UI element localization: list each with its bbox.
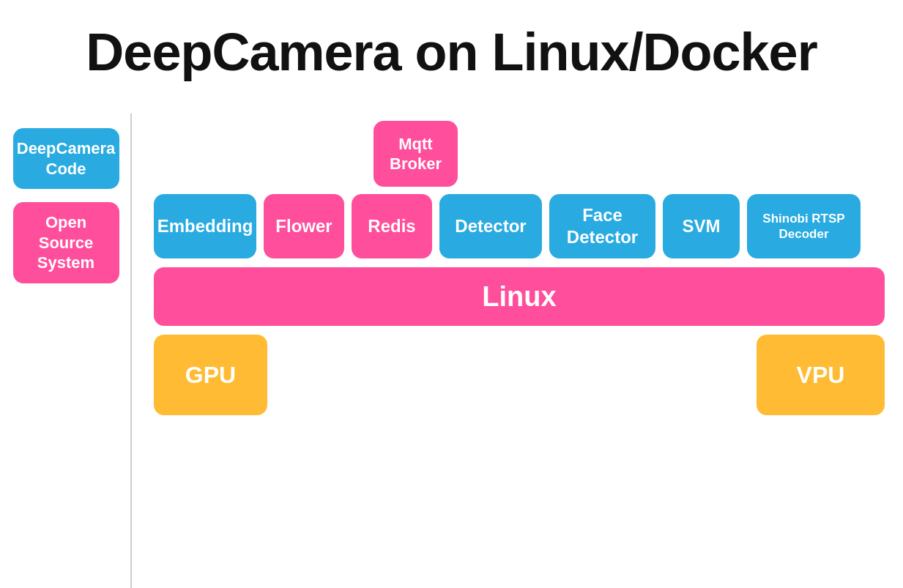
mqtt-row: Mqtt Broker <box>374 121 885 187</box>
mqtt-broker-box: Mqtt Broker <box>374 121 458 187</box>
gpu-box: GPU <box>154 335 267 415</box>
shinobi-box: Shinobi RTSP Decoder <box>747 194 861 258</box>
redis-box: Redis <box>352 194 432 258</box>
embedding-box: Embedding <box>154 194 256 258</box>
main-layout: DeepCamera Code Open Source System Mqtt … <box>0 113 903 588</box>
content-area: Mqtt Broker Embedding Flower Redis Detec… <box>132 113 903 588</box>
svm-box: SVM <box>663 194 740 258</box>
vpu-box: VPU <box>757 335 885 415</box>
deepcamera-code-box: DeepCamera Code <box>13 128 119 189</box>
page-title: DeepCamera on Linux/Docker <box>0 0 903 97</box>
linux-bar: Linux <box>154 267 885 326</box>
components-row: Embedding Flower Redis Detector Face Det… <box>154 194 885 258</box>
bottom-row: GPU VPU <box>154 335 885 415</box>
opensource-system-box: Open Source System <box>13 202 119 283</box>
detector-box: Detector <box>439 194 542 258</box>
sidebar: DeepCamera Code Open Source System <box>0 113 132 588</box>
divider-line <box>130 113 132 588</box>
face-detector-box: Face Detector <box>549 194 655 258</box>
flower-box: Flower <box>264 194 344 258</box>
bottom-spacer <box>275 335 749 415</box>
